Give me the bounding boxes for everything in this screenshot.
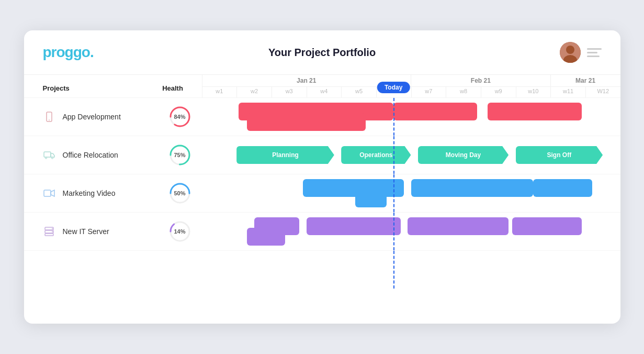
- health-ring: 84%: [168, 105, 191, 128]
- gantt-bar[interactable]: Operations: [341, 146, 411, 164]
- svg-rect-7: [44, 152, 51, 157]
- today-line: [393, 174, 394, 212]
- health-ring: 14%: [168, 220, 191, 243]
- project-info: Office Relocation 75%: [24, 143, 202, 167]
- svg-point-1: [566, 46, 574, 54]
- timeline-row: [202, 98, 620, 136]
- svg-point-9: [51, 157, 53, 159]
- timeline-header: Jan 21Feb 21Mar 21w1w2w3w4w5w6w7w8w9w10w…: [202, 75, 620, 97]
- project-icon: [43, 110, 55, 123]
- health-ring: 75%: [168, 143, 191, 167]
- gantt-empty-row: [24, 250, 620, 289]
- gantt-row: App Development 84%: [24, 97, 620, 136]
- menu-icon[interactable]: [587, 48, 602, 57]
- project-info: App Development 84%: [24, 105, 202, 128]
- avatar: [560, 42, 581, 63]
- project-icon: [43, 225, 55, 238]
- project-info: Marketing Video 50%: [24, 182, 202, 205]
- health-pct: 84%: [174, 114, 185, 120]
- project-name: Office Relocation: [63, 151, 161, 159]
- projects-col-header: Projects Health: [24, 75, 202, 97]
- gantt-bar[interactable]: [393, 103, 477, 120]
- col-projects-label: Projects: [43, 84, 154, 94]
- health-ring: 50%: [168, 182, 191, 205]
- gantt-header: Projects Health Jan 21Feb 21Mar 21w1w2w3…: [24, 75, 620, 97]
- health-pct: 75%: [174, 152, 185, 158]
- gantt-bar[interactable]: Planning: [236, 146, 334, 164]
- header: proggo . Your Project Portfolio: [24, 30, 620, 75]
- svg-rect-12: [44, 190, 51, 196]
- gantt-bar[interactable]: Moving Day: [418, 146, 509, 164]
- header-right: [560, 42, 602, 63]
- today-line: [393, 213, 394, 250]
- logo-text: proggo: [43, 44, 90, 61]
- svg-point-8: [45, 157, 47, 159]
- gantt-bar[interactable]: [512, 217, 582, 235]
- project-icon: [43, 149, 55, 161]
- project-name: App Development: [63, 113, 161, 121]
- logo-dot: .: [90, 44, 94, 61]
- timeline-row: [202, 213, 620, 250]
- page-title: Your Project Portfolio: [268, 47, 376, 59]
- gantt-bar[interactable]: [355, 190, 387, 207]
- gantt-bar[interactable]: [411, 179, 533, 197]
- project-name: New IT Server: [63, 227, 161, 236]
- empty-timeline: [202, 251, 620, 289]
- gantt-body: App Development 84%Office Relocation 75%…: [24, 97, 620, 289]
- timeline-row: PlanningOperationsMoving DaySign Off: [202, 136, 620, 174]
- gantt-bar[interactable]: [488, 103, 582, 120]
- timeline-row: [202, 174, 620, 212]
- col-health-label: Health: [154, 84, 191, 94]
- svg-rect-17: [45, 234, 53, 236]
- project-name: Marketing Video: [63, 189, 161, 197]
- today-line: [393, 136, 394, 174]
- svg-point-19: [52, 231, 53, 233]
- today-badge: Today: [377, 82, 410, 93]
- gantt-bar[interactable]: [247, 228, 285, 246]
- gantt-bar[interactable]: [303, 179, 404, 197]
- gantt-bar[interactable]: Sign Off: [516, 146, 603, 164]
- health-pct: 50%: [174, 190, 185, 196]
- gantt-bar[interactable]: [247, 113, 366, 131]
- gantt-chart: Projects Health Jan 21Feb 21Mar 21w1w2w3…: [24, 75, 620, 289]
- gantt-bar[interactable]: [533, 179, 592, 197]
- logo: proggo .: [43, 44, 94, 61]
- gantt-bar[interactable]: [408, 217, 509, 235]
- project-info: New IT Server 14%: [24, 220, 202, 243]
- main-card: proggo . Your Project Portfolio: [24, 30, 620, 324]
- gantt-row: Office Relocation 75%PlanningOperationsM…: [24, 136, 620, 174]
- gantt-row: Marketing Video 50%: [24, 174, 620, 212]
- today-line: [393, 98, 394, 136]
- project-icon: [43, 187, 55, 200]
- gantt-row: New IT Server 14%: [24, 212, 620, 250]
- svg-point-18: [52, 228, 53, 229]
- health-pct: 14%: [174, 228, 185, 235]
- gantt-bar[interactable]: [307, 217, 401, 235]
- today-line: [393, 251, 394, 289]
